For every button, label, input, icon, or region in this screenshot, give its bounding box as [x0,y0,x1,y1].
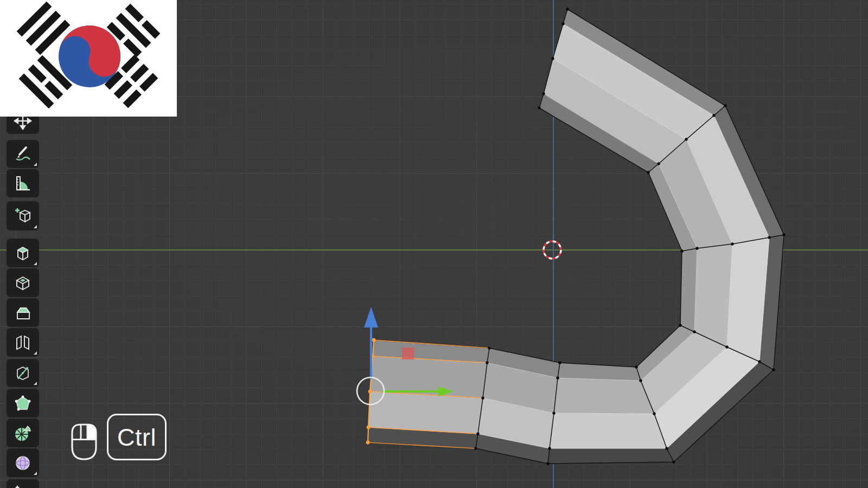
selected-vertex[interactable] [366,441,370,445]
mesh-vertex[interactable] [542,92,545,95]
mesh-vertex[interactable] [725,345,728,348]
mesh-vertex[interactable] [561,22,564,25]
poly-build-icon [13,394,33,413]
mesh-vertex[interactable] [680,249,683,252]
bevel-icon [13,303,33,323]
mesh-face[interactable] [550,413,667,448]
measure-icon [13,174,33,193]
mesh-vertex[interactable] [538,106,540,109]
selected-vertex[interactable] [367,426,371,429]
mesh-face[interactable] [694,244,732,347]
edge-slide-icon [13,484,33,488]
mesh-vertex[interactable] [782,233,785,236]
inset-faces-icon [13,273,33,293]
mouse-icon [69,422,99,462]
tool-button-loop-cut[interactable] [7,328,39,357]
mesh-vertex[interactable] [685,138,687,140]
key-label: Ctrl [117,425,156,450]
mesh-vertex[interactable] [768,236,770,239]
tool-button-poly-build[interactable] [7,389,39,418]
submenu-indicator-icon [34,472,37,475]
mesh-vertex[interactable] [731,242,733,245]
tool-button-annotate[interactable] [7,140,39,168]
extrude-region-icon [13,243,33,263]
knife-icon [13,363,33,383]
mesh-face[interactable] [548,448,674,464]
mouse-indicator [69,422,99,462]
mesh-vertex[interactable] [635,365,637,368]
mesh-vertex[interactable] [488,346,490,349]
smooth-icon [13,453,33,473]
tool-button-knife[interactable] [7,359,39,387]
mesh-vertex[interactable] [558,361,561,364]
selected-vertex[interactable] [372,338,376,342]
mesh-vertex[interactable] [639,379,642,382]
mesh-vertex[interactable] [758,360,761,363]
add-cube-icon [13,206,33,226]
mesh-vertex[interactable] [695,247,698,249]
mesh-vertex[interactable] [476,432,479,435]
mesh-vertex[interactable] [566,8,569,10]
mesh-vertex[interactable] [551,57,554,60]
mesh-vertex[interactable] [548,447,551,450]
mesh-vertex[interactable] [772,368,775,371]
tool-button-bevel[interactable] [7,298,39,327]
mesh-vertex[interactable] [693,330,695,333]
submenu-indicator-icon [34,163,37,166]
loop-cut-icon [13,333,33,352]
submenu-indicator-icon [34,382,37,385]
selected-vertex[interactable] [368,390,372,394]
mesh-vertex[interactable] [679,324,681,326]
tool-button-measure[interactable] [7,169,39,197]
south-korea-flag-overlay [0,0,177,117]
tool-button-smooth[interactable] [7,448,39,477]
blender-window: Ctrl [0,0,868,488]
submenu-indicator-icon [34,225,37,228]
annotate-icon [13,144,33,164]
mesh-vertex[interactable] [546,462,549,465]
mesh-vertex[interactable] [474,447,477,450]
mesh-vertex[interactable] [486,361,488,364]
tool-button-inset-faces[interactable] [7,268,39,297]
mesh-vertex[interactable] [653,412,655,415]
mesh-vertex[interactable] [481,396,484,399]
submenu-indicator-icon [34,351,37,355]
mesh-vertex[interactable] [672,460,675,463]
ctrl-key-indicator: Ctrl [107,414,167,460]
gizmo-plane-handle[interactable] [402,348,414,359]
tool-button-extrude-region[interactable] [7,239,39,267]
mesh-face[interactable] [554,378,654,414]
mesh-vertex[interactable] [556,376,559,379]
spin-icon [13,423,33,443]
mesh-vertex[interactable] [712,114,715,117]
mesh-vertex[interactable] [657,162,660,165]
mesh-vertex[interactable] [647,171,649,174]
mesh-vertex[interactable] [724,104,726,107]
mesh-vertex[interactable] [552,412,555,414]
mesh-face[interactable] [368,391,483,434]
tool-button-edge-slide[interactable] [7,479,39,488]
mesh-vertex[interactable] [665,447,668,450]
submenu-indicator-icon [34,262,37,265]
tool-button-spin[interactable] [7,419,39,447]
tool-button-add-cube[interactable] [7,201,39,230]
